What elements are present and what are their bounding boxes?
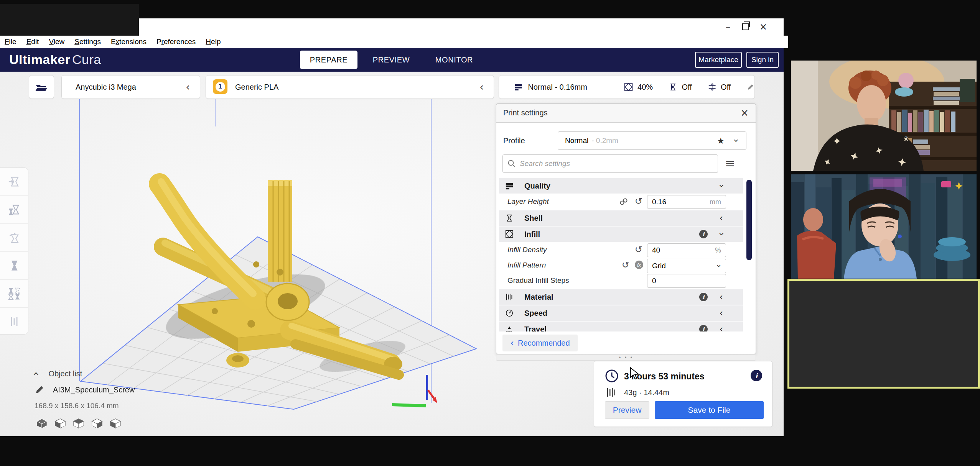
- extruder-number: 1: [216, 82, 225, 92]
- cura-logo: Ultimaker Cura: [9, 52, 101, 67]
- menu-file[interactable]: File: [5, 38, 16, 46]
- revert-icon[interactable]: ↺: [622, 260, 629, 269]
- close-button[interactable]: ×: [754, 19, 772, 34]
- menu-help[interactable]: Help: [206, 38, 221, 46]
- chevron-down-icon: ‹: [716, 184, 726, 188]
- print-settings-summary[interactable]: Normal - 0.16mm 40% Off Off: [499, 75, 755, 99]
- view-3d-button[interactable]: [35, 418, 48, 429]
- travel-icon: [505, 325, 514, 331]
- speed-icon: [505, 309, 514, 317]
- category-material[interactable]: Material i ‹: [499, 289, 743, 305]
- search-settings-box[interactable]: [502, 154, 718, 173]
- category-quality[interactable]: Quality ‹: [499, 178, 743, 194]
- gradual-steps-field[interactable]: [647, 274, 726, 288]
- slice-info-box: 3 hours 53 minutes i 43g · 14.44m Previe…: [594, 361, 772, 427]
- profile-dropdown[interactable]: Normal - 0.2mm ★ ‹: [558, 131, 746, 150]
- screenshare-overlay-box: [0, 4, 139, 36]
- open-folder-icon: [35, 82, 48, 92]
- material-icon: [505, 293, 514, 301]
- menu-settings[interactable]: Settings: [74, 38, 101, 46]
- menu-view[interactable]: View: [49, 38, 64, 46]
- info-icon[interactable]: i: [699, 293, 708, 301]
- view-left-button[interactable]: [91, 418, 104, 429]
- minimize-button[interactable]: –: [719, 19, 737, 34]
- object-list-item[interactable]: AI3M_Speculum_Screw: [35, 385, 135, 395]
- layer-height-field[interactable]: mm: [647, 195, 726, 209]
- menu-extensions[interactable]: Extensions: [111, 38, 147, 46]
- category-infill[interactable]: Infill i ‹: [499, 226, 743, 242]
- view-right-button[interactable]: [109, 418, 122, 429]
- recommended-button[interactable]: ‹ Recommended: [502, 335, 578, 351]
- view-front-button[interactable]: [54, 418, 67, 429]
- marketplace-button[interactable]: Marketplace: [695, 52, 742, 68]
- revert-icon[interactable]: ↺: [635, 197, 642, 206]
- material-selector[interactable]: 1 Generic PLA ‹: [206, 75, 494, 99]
- rotate-tool-icon: [8, 231, 21, 244]
- clock-icon: [605, 369, 619, 383]
- infill-pattern-dropdown[interactable]: Grid ‹: [647, 259, 726, 273]
- infill-density-field[interactable]: %: [647, 243, 726, 257]
- category-shell[interactable]: Shell ‹: [499, 210, 743, 226]
- tab-preview[interactable]: PREVIEW: [365, 51, 417, 69]
- move-tool-button[interactable]: [0, 168, 28, 196]
- printer-selector[interactable]: Anycubic i3 Mega ‹: [61, 75, 200, 99]
- participant-video-1[interactable]: [791, 61, 977, 171]
- participant-video-2[interactable]: [791, 174, 977, 279]
- chevron-left-icon: ‹: [719, 308, 723, 318]
- link-icon[interactable]: [619, 197, 628, 206]
- support-icon: [669, 82, 677, 92]
- per-model-settings-button[interactable]: [0, 280, 28, 308]
- row-infill-pattern: Infill Pattern ↺ fx Grid ‹: [499, 258, 743, 272]
- quality-icon: [505, 182, 514, 190]
- save-to-file-button[interactable]: Save to File: [655, 401, 764, 419]
- restore-icon: [742, 23, 749, 30]
- object-list-label: Object list: [48, 369, 82, 378]
- open-file-button[interactable]: [29, 75, 54, 99]
- chevron-down-icon: ‹: [731, 139, 740, 143]
- participant-2-scene: [791, 174, 977, 279]
- search-input[interactable]: [519, 159, 718, 168]
- shell-icon: [505, 213, 514, 223]
- settings-menu-icon[interactable]: ≡: [725, 156, 735, 171]
- restore-button[interactable]: [737, 19, 754, 34]
- menu-edit[interactable]: Edit: [26, 38, 39, 46]
- infill-icon: [624, 82, 633, 92]
- panel-header: Print settings ×: [496, 104, 756, 123]
- menu-preferences[interactable]: Preferences: [156, 38, 196, 46]
- panel-close-icon[interactable]: ×: [740, 107, 749, 118]
- filament-usage-icon: [606, 387, 617, 398]
- view-top-button[interactable]: [72, 418, 85, 429]
- chevron-down-icon: ‹: [715, 264, 723, 268]
- signin-button[interactable]: Sign in: [746, 52, 779, 68]
- category-speed[interactable]: Speed ‹: [499, 305, 743, 321]
- screen: – × File Edit View Settings Extensions P…: [0, 0, 980, 466]
- panel-resize-handle[interactable]: • • •: [496, 354, 756, 361]
- edit-pencil-icon[interactable]: [747, 83, 754, 91]
- mouse-cursor: [629, 367, 641, 380]
- revert-icon[interactable]: ↺: [635, 245, 642, 254]
- profile-label: Profile: [503, 136, 525, 145]
- settings-scrollbar[interactable]: [746, 180, 752, 260]
- app-header: Ultimaker Cura PREPARE PREVIEW MONITOR M…: [0, 48, 784, 72]
- tool-sidebar: [0, 167, 28, 335]
- chevron-left-icon: ‹: [719, 213, 723, 223]
- fx-icon[interactable]: fx: [635, 261, 643, 269]
- participant-video-3-active[interactable]: [787, 279, 980, 389]
- tab-monitor[interactable]: MONITOR: [427, 51, 481, 69]
- object-list-toggle[interactable]: ‹ Object list: [35, 369, 82, 379]
- mirror-tool-button[interactable]: [0, 252, 28, 280]
- category-travel[interactable]: Travel i ‹: [499, 322, 743, 331]
- view-orientation-bar: [35, 418, 122, 429]
- rotate-tool-button[interactable]: [0, 224, 28, 252]
- info-icon[interactable]: i: [699, 325, 708, 331]
- extruder-badge: 1: [213, 79, 227, 94]
- row-infill-density: Infill Density ↺ %: [499, 243, 743, 257]
- participant-1-scene: [791, 61, 977, 171]
- scale-tool-button[interactable]: [0, 196, 28, 224]
- tab-prepare[interactable]: PREPARE: [300, 51, 357, 69]
- info-icon[interactable]: i: [751, 370, 762, 381]
- star-icon[interactable]: ★: [717, 136, 725, 146]
- info-icon[interactable]: i: [699, 230, 708, 238]
- support-blocker-button[interactable]: [0, 308, 28, 335]
- preview-button[interactable]: Preview: [605, 401, 649, 419]
